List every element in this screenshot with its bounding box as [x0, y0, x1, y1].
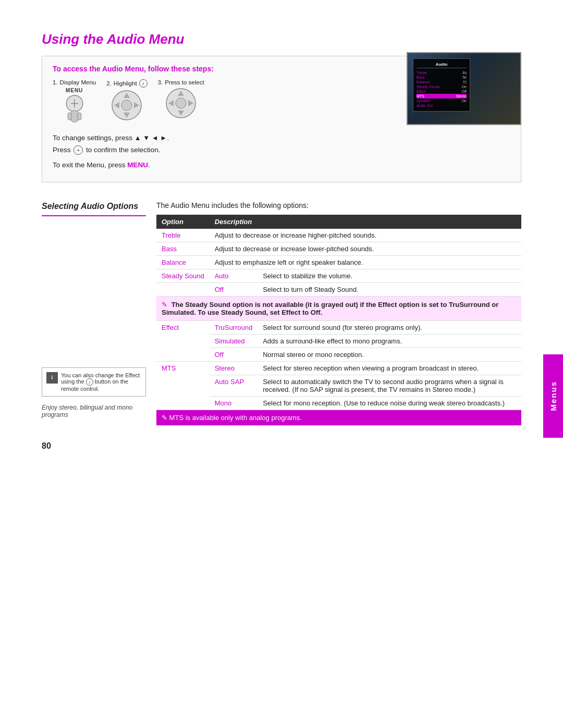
step-3: 3. Press to select [158, 79, 204, 119]
desc-mono: Select for mono reception. (Use to reduc… [258, 396, 521, 410]
tv-screenshot: Audio Treble6s Bass50 Balance72 Steady S… [407, 52, 521, 125]
option-bass: Bass [156, 242, 210, 255]
tv-menu-row: Steady SoundOn [417, 84, 467, 89]
menu-keyword: MENU [127, 161, 148, 169]
table-row: Balance Adjust to emphasize left or righ… [156, 255, 521, 269]
page-number: 80 [42, 441, 521, 451]
steps-row: 1. Display Menu MENU [53, 79, 385, 124]
steady-note-bold: The Steady Sound option is not available… [162, 301, 498, 316]
option-steady-off-empty [156, 282, 210, 296]
instruction-texts: To change settings, press ▲ ▼ ◄ ►. Press… [53, 132, 385, 171]
tv-menu-row: SpeakerOn [417, 98, 467, 103]
svg-rect-1 [71, 110, 78, 122]
dpad-icon [111, 90, 142, 121]
sub-off: Off [210, 282, 258, 296]
exit-text: To exit the Menu, press MENU. [53, 159, 385, 171]
option-balance: Balance [156, 255, 210, 269]
steady-note-row: ✎ The Steady Sound option is not availab… [156, 296, 521, 320]
svg-point-11 [121, 100, 132, 110]
mts-note-text: ✎ MTS is available only with analog prog… [156, 410, 521, 425]
desc-stereo: Select for stereo reception when viewing… [258, 361, 521, 375]
tv-menu-row: EffectOff [417, 89, 467, 94]
col-description-header: Description [210, 215, 521, 229]
table-row: Off Normal stereo or mono reception. [156, 348, 521, 361]
left-column: Selecting Audio Options i You can also c… [42, 201, 156, 426]
step-1-label: 1. Display Menu [53, 79, 96, 85]
tv-menu-title: Audio [417, 62, 467, 68]
option-mts: MTS [156, 361, 210, 410]
menu-label: MENU [66, 88, 83, 93]
svg-point-17 [176, 98, 186, 108]
note-pencil-icon: ✎ [162, 301, 167, 309]
side-note-box: i You can also change the Effect using t… [42, 367, 146, 397]
tv-menu-row-highlighted: MTSStereo [417, 94, 467, 98]
intro-text: The Audio Menu includes the following op… [156, 201, 521, 209]
tv-menu-row: Bass50 [417, 75, 467, 80]
step-2-label: 2. Highlight ♪ [106, 79, 147, 88]
table-row: Auto SAP Select to automatically switch … [156, 375, 521, 396]
main-section: Selecting Audio Options i You can also c… [42, 201, 521, 426]
desc-trusurround: Select for surround sound (for stereo pr… [258, 320, 521, 334]
table-row: Treble Adjust to decrease or increase hi… [156, 229, 521, 242]
table-row: Off Select to turn off Steady Sound. [156, 282, 521, 296]
menu-button-icon [62, 94, 88, 124]
table-row: Steady Sound Auto Select to stabilize th… [156, 269, 521, 282]
desc-autosap: Select to automatically switch the TV to… [258, 375, 521, 396]
table-row: Mono Select for mono reception. (Use to … [156, 396, 521, 410]
table-row: MTS Stereo Select for stereo reception w… [156, 361, 521, 375]
steady-note-text: ✎ The Steady Sound option is not availab… [156, 296, 521, 320]
svg-rect-2 [68, 113, 71, 120]
change-settings-text: To change settings, press ▲ ▼ ◄ ►. [53, 132, 385, 144]
step-1: 1. Display Menu MENU [53, 79, 96, 124]
step-2: 2. Highlight ♪ [106, 79, 147, 121]
confirm-circle-icon: + [74, 145, 83, 155]
sub-simulated: Simulated [210, 334, 258, 348]
sub-auto: Auto [210, 269, 258, 282]
sub-autosap: Auto SAP [210, 375, 258, 396]
svg-rect-3 [78, 113, 81, 120]
page-title: Using the Audio Menu [42, 31, 521, 47]
desc-balance: Adjust to emphasize left or right speake… [210, 255, 521, 269]
note-icon: i [46, 372, 58, 384]
option-steady-sound: Steady Sound [156, 269, 210, 282]
sub-effect-off: Off [210, 348, 258, 361]
sub-mono: Mono [210, 396, 258, 410]
table-row: Effect TruSurround Select for surround s… [156, 320, 521, 334]
desc-simulated: Adds a surround-like effect to mono prog… [258, 334, 521, 348]
right-column: The Audio Menu includes the following op… [156, 201, 521, 426]
sub-trusurround: TruSurround [210, 320, 258, 334]
desc-effect-off: Normal stereo or mono reception. [258, 348, 521, 361]
tv-menu-row: Balance72 [417, 80, 467, 84]
table-row: Simulated Adds a surround-like effect to… [156, 334, 521, 348]
confirm-dpad-icon [165, 88, 197, 119]
table-header-row: Option Description [156, 215, 521, 229]
sub-stereo: Stereo [210, 361, 258, 375]
table-row: Bass Adjust to decrease or increase lowe… [156, 242, 521, 255]
instruction-box: To access the Audio Menu, follow these s… [42, 56, 521, 182]
menus-tab-label: Menus [549, 381, 558, 411]
section-heading: Selecting Audio Options [42, 201, 146, 216]
side-note-text: You can also change the Effect using the… [61, 372, 141, 392]
desc-treble: Adjust to decrease or increase higher-pi… [210, 229, 521, 242]
mts-note-row: ✎ MTS is available only with analog prog… [156, 410, 521, 425]
effect-button-icon: ♪ [86, 378, 93, 386]
option-effect: Effect [156, 320, 210, 361]
confirm-text: Press + to confirm the selection. [53, 144, 385, 156]
option-treble: Treble [156, 229, 210, 242]
col-option-header: Option [156, 215, 210, 229]
audio-icon: ♪ [139, 79, 148, 88]
tv-menu-row: Treble6s [417, 70, 467, 75]
mts-italic-note: Enjoy stereo, bilingual and mono program… [42, 404, 146, 418]
desc-steady-off: Select to turn off Steady Sound. [258, 282, 521, 296]
tv-menu-overlay: Audio Treble6s Bass50 Balance72 Steady S… [413, 58, 470, 112]
tv-menu-row: Audio Out [417, 103, 467, 108]
step-3-label: 3. Press to select [158, 79, 204, 85]
options-table: Option Description Treble Adjust to decr… [156, 215, 521, 426]
desc-bass: Adjust to decrease or increase lower-pit… [210, 242, 521, 255]
desc-steady-auto: Select to stabilize the volume. [258, 269, 521, 282]
menus-tab: Menus [543, 354, 563, 438]
